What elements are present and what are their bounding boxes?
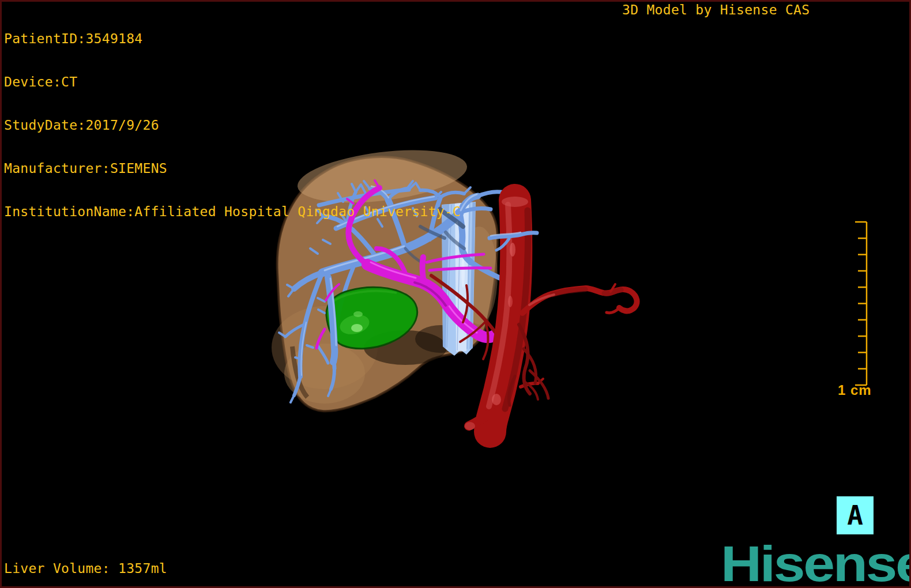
orientation-marker-anterior[interactable]: A [837, 496, 874, 534]
study-info-block: PatientID:3549184 Device:CT StudyDate:20… [4, 3, 461, 233]
hisense-logo: Hisense [721, 541, 911, 586]
study-date-text: StudyDate:2017/9/26 [4, 118, 461, 133]
scale-bar-label: 1 cm [838, 382, 872, 398]
model-title-text: 3D Model by Hisense CAS [622, 3, 810, 17]
scale-bar [814, 214, 877, 393]
manufacturer-text: Manufacturer:SIEMENS [4, 161, 461, 176]
splenic-artery [522, 284, 637, 313]
liver-volume-text: Liver Volume: 1357ml [4, 561, 167, 576]
patient-id-text: PatientID:3549184 [4, 32, 461, 46]
institution-text: InstitutionName:Affiliated Hospital Qing… [4, 205, 461, 219]
device-text: Device:CT [4, 75, 461, 89]
